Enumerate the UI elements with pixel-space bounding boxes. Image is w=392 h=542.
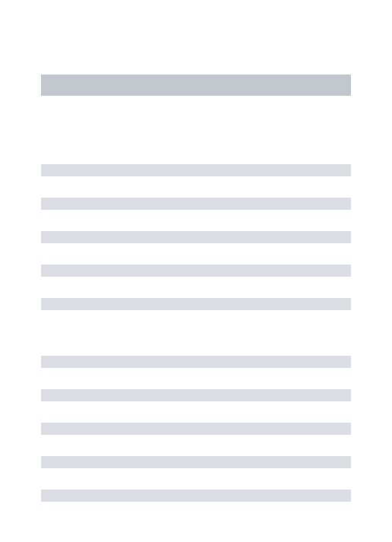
section-1 (41, 164, 351, 310)
text-line-placeholder (41, 164, 351, 176)
text-line-placeholder (41, 231, 351, 243)
text-line-placeholder (41, 265, 351, 277)
title-placeholder (41, 74, 351, 96)
text-line-placeholder (41, 198, 351, 210)
skeleton-container (0, 0, 392, 502)
text-line-placeholder (41, 490, 351, 502)
text-line-placeholder (41, 389, 351, 401)
text-line-placeholder (41, 298, 351, 310)
text-line-placeholder (41, 456, 351, 468)
text-line-placeholder (41, 423, 351, 435)
text-line-placeholder (41, 356, 351, 368)
section-2 (41, 356, 351, 502)
